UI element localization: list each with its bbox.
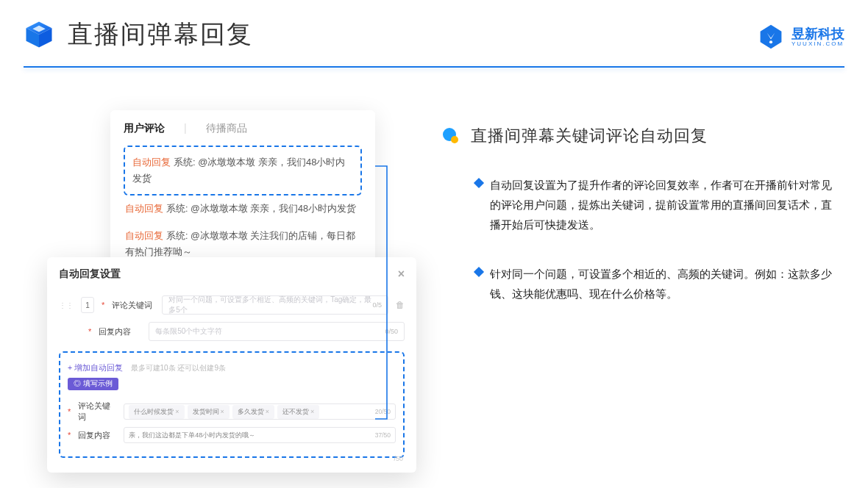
- bullet-item: 自动回复设置为了提升作者的评论回复效率，作者可在开播前针对常见的评论用户问题，提…: [475, 175, 839, 234]
- tabs: 用户评论 | 待播商品: [124, 122, 362, 135]
- description-column: 直播间弹幕关键词评论自动回复 自动回复设置为了提升作者的评论回复效率，作者可在开…: [441, 125, 839, 333]
- example-reply-row: * 回复内容 亲，我们这边都是下单48小时内发货的哦～ 37/50: [68, 427, 396, 443]
- section-bullet-icon: [441, 126, 460, 146]
- chip-container: 什么时候发货×发货时间×多久发货×还不发货×: [129, 405, 319, 419]
- keyword-placeholder: 对同一个问题，可设置多个相近、高频的关键词，Tag确定，最多5个: [168, 295, 372, 315]
- stray-count: /50: [394, 455, 403, 462]
- auto-reply-tag: 自动回复: [125, 231, 163, 241]
- chip[interactable]: 多久发货×: [232, 405, 274, 419]
- comment-text: 系统: @冰墩墩本墩 亲亲，我们48小时内发货: [166, 204, 356, 214]
- tab-pending-products[interactable]: 待播商品: [206, 122, 247, 135]
- required-star-icon: *: [68, 407, 71, 416]
- svg-point-4: [769, 40, 772, 43]
- example-keyword-count: 20/50: [375, 408, 391, 415]
- bullet-text: 自动回复设置为了提升作者的评论回复效率，作者可在开播前针对常见的评论用户问题，提…: [490, 175, 839, 234]
- example-reply-input[interactable]: 亲，我们这边都是下单48小时内发货的哦～ 37/50: [124, 427, 396, 443]
- form-row-keyword: ⋮⋮ 1 * 评论关键词 对同一个问题，可设置多个相近、高频的关键词，Tag确定…: [59, 295, 405, 315]
- keyword-input[interactable]: 对同一个问题，可设置多个相近、高频的关键词，Tag确定，最多5个 0/5: [162, 295, 388, 315]
- reply-count: 0/50: [385, 328, 398, 335]
- brand-name: 昱新科技: [791, 27, 844, 40]
- required-star-icon: *: [102, 301, 104, 309]
- comment-row: 自动回复系统: @冰墩墩本墩 亲亲，我们48小时内发货: [124, 195, 362, 223]
- example-reply-text: 亲，我们这边都是下单48小时内发货的哦～: [129, 431, 255, 440]
- chip-remove-icon[interactable]: ×: [310, 408, 314, 415]
- brand-subtitle: YUUXIN.COM: [791, 40, 844, 47]
- auto-reply-tag: 自动回复: [125, 204, 163, 214]
- chip-remove-icon[interactable]: ×: [175, 408, 179, 415]
- example-block: + 增加自动回复 最多可建10条 还可以创建9条 ◎ 填写示例 * 评论关键词 …: [59, 351, 405, 458]
- example-keyword-input[interactable]: 什么时候发货×发货时间×多久发货×还不发货× 20/50: [124, 403, 396, 420]
- section-title: 直播间弹幕关键词评论自动回复: [471, 125, 708, 147]
- chip[interactable]: 什么时候发货×: [129, 405, 184, 419]
- example-reply-label: 回复内容: [78, 430, 116, 441]
- page-header: 直播间弹幕回复 昱新科技 YUUXIN.COM: [24, 18, 844, 62]
- close-icon[interactable]: ×: [398, 268, 405, 281]
- example-keyword-row: * 评论关键词 什么时候发货×发货时间×多久发货×还不发货× 20/50: [68, 401, 396, 423]
- chip[interactable]: 发货时间×: [188, 405, 230, 419]
- auto-reply-settings-modal: 自动回复设置 × ⋮⋮ 1 * 评论关键词 对同一个问题，可设置多个相近、高频的…: [47, 257, 416, 473]
- drag-handle-icon[interactable]: ⋮⋮: [59, 301, 74, 309]
- diamond-icon: [474, 178, 484, 188]
- reply-input[interactable]: 每条限50个中文字符 0/50: [149, 322, 405, 341]
- comment-row-highlight: 自动回复系统: @冰墩墩本墩 亲亲，我们48小时内发货: [124, 146, 362, 195]
- brand-logo-icon: [758, 24, 784, 50]
- add-auto-reply-link[interactable]: + 增加自动回复: [68, 363, 123, 372]
- example-keyword-label: 评论关键词: [78, 401, 116, 423]
- keyword-label: 评论关键词: [112, 300, 154, 311]
- diamond-icon: [474, 267, 484, 277]
- tab-separator: |: [184, 122, 187, 135]
- modal-title: 自动回复设置: [59, 268, 121, 281]
- add-hint: 最多可建10条 还可以创建9条: [131, 364, 226, 372]
- keyword-count: 0/5: [372, 301, 382, 309]
- screenshot-column: 用户评论 | 待播商品 自动回复系统: @冰墩墩本墩 亲亲，我们48小时内发货 …: [44, 110, 419, 463]
- reply-placeholder: 每条限50个中文字符: [155, 326, 222, 337]
- chip-remove-icon[interactable]: ×: [266, 408, 269, 415]
- page-title: 直播间弹幕回复: [68, 18, 253, 51]
- bullet-text: 针对同一个问题，可设置多个相近的、高频的关键词。例如：这款多少钱、这块能优惠吗、…: [490, 264, 839, 304]
- required-star-icon: *: [68, 431, 71, 439]
- form-row-reply: * 回复内容 每条限50个中文字符 0/50: [59, 322, 405, 341]
- trash-icon[interactable]: 🗑: [396, 300, 405, 310]
- rule-index: 1: [81, 297, 94, 313]
- cube-icon: [24, 19, 54, 50]
- svg-point-6: [451, 136, 458, 143]
- tab-user-comments[interactable]: 用户评论: [124, 122, 165, 135]
- required-star-icon: *: [88, 327, 91, 336]
- auto-reply-tag: 自动回复: [132, 157, 171, 168]
- comments-panel: 用户评论 | 待播商品 自动回复系统: @冰墩墩本墩 亲亲，我们48小时内发货 …: [110, 110, 375, 282]
- brand-block: 昱新科技 YUUXIN.COM: [758, 24, 844, 50]
- reply-label: 回复内容: [99, 326, 141, 337]
- bullet-item: 针对同一个问题，可设置多个相近的、高频的关键词。例如：这款多少钱、这块能优惠吗、…: [475, 264, 839, 304]
- chip-remove-icon[interactable]: ×: [221, 408, 224, 415]
- example-pill: ◎ 填写示例: [68, 378, 118, 390]
- header-divider: [24, 66, 844, 68]
- example-reply-count: 37/50: [375, 431, 391, 439]
- chip[interactable]: 还不发货×: [277, 405, 319, 419]
